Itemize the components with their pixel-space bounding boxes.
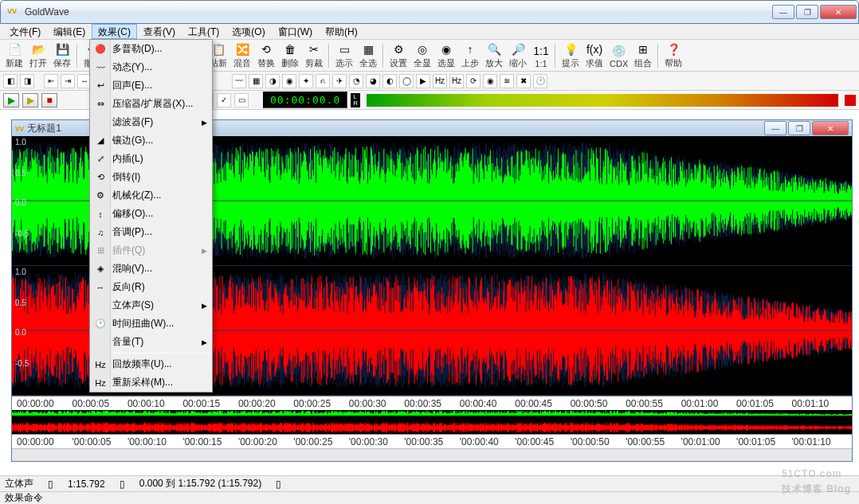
small-tool-icon[interactable]: ▶ <box>416 74 430 88</box>
stop-button[interactable]: ■ <box>41 93 57 107</box>
menu-item-icon: ⟲ <box>93 171 108 184</box>
horizontal-scrollbar[interactable] <box>12 448 852 461</box>
small-tool-icon[interactable]: ◐ <box>382 74 397 88</box>
small-tool-icon[interactable]: 🕐 <box>533 74 547 88</box>
small-tool-icon[interactable]: ⎌ <box>316 74 330 88</box>
overview-timeline[interactable]: 00:00:00'00:00:05'00:00:10'00:00:15'00:0… <box>12 434 852 448</box>
toolbar-设置[interactable]: ⚙设置 <box>387 41 410 70</box>
doc-maximize-button[interactable]: ❐ <box>788 121 810 135</box>
small-tool-icon[interactable]: ⇥ <box>61 74 75 88</box>
toolbar-label: 剪裁 <box>305 57 323 69</box>
menu-文件[interactable]: 文件(F) <box>3 24 47 39</box>
toolbar-放大[interactable]: 🔍放大 <box>483 41 505 70</box>
small-tool-icon[interactable]: ◨ <box>20 74 34 88</box>
menu-窗口[interactable]: 窗口(W) <box>272 24 319 39</box>
menu-item-label: 立体声(S) <box>112 299 154 312</box>
toolbar-上步[interactable]: ↑上步 <box>459 41 481 70</box>
toolbar-剪裁[interactable]: ✂剪裁 <box>303 41 325 70</box>
menu-item-icon: Hz <box>93 377 108 389</box>
time-tick: '00:00:35 <box>404 436 459 447</box>
effects-menu-item[interactable]: ◢镶边(G)... <box>90 131 212 150</box>
close-button[interactable]: ✕ <box>820 5 857 19</box>
small-tool-icon[interactable]: ◉ <box>483 74 497 88</box>
effects-menu-item[interactable]: 滤波器(F)▶ <box>90 113 212 131</box>
small-tool-icon[interactable]: Hz <box>449 74 464 88</box>
small-tool-icon[interactable]: 〰 <box>232 74 246 88</box>
small-tool-icon[interactable]: ◉ <box>282 74 296 88</box>
toolbar-删除[interactable]: 🗑删除 <box>279 41 301 70</box>
toolbar-组合[interactable]: ⊞组合 <box>632 41 654 70</box>
toolbar-全选[interactable]: ▦全选 <box>357 41 379 70</box>
toolbar-选示[interactable]: ▭选示 <box>333 41 355 70</box>
small-tool-icon[interactable]: ◧ <box>3 74 18 88</box>
menu-item-icon: 🕐 <box>93 318 108 330</box>
toolbar-CDX[interactable]: 💿CDX <box>607 42 630 69</box>
menu-工具[interactable]: 工具(T) <box>182 24 226 39</box>
doc-minimize-button[interactable]: — <box>764 121 786 135</box>
effects-menu-item[interactable]: ⤢内插(L) <box>90 150 212 168</box>
effects-menu-item[interactable]: ↔反向(R) <box>90 278 212 296</box>
time-tick: '00:00:10 <box>127 436 182 447</box>
small-tool-icon[interactable]: ▦ <box>249 74 263 88</box>
toolbar-选显[interactable]: ◉选显 <box>435 41 457 70</box>
small-tool-icon[interactable]: ≋ <box>500 74 514 88</box>
effects-menu-item[interactable]: ⚙机械化(Z)... <box>90 186 212 205</box>
toolbar-缩小[interactable]: 🔎缩小 <box>507 41 529 70</box>
minimize-button[interactable]: — <box>772 5 794 19</box>
toolbar-label: 替换 <box>257 57 275 69</box>
play-selection-button[interactable]: ▶ <box>22 93 38 107</box>
toolbar-求值[interactable]: f(x)求值 <box>583 41 606 70</box>
effects-menu-item[interactable]: 🔴多普勒(D)... <box>90 40 212 58</box>
small-tool-icon[interactable]: ✦ <box>299 74 313 88</box>
time-tick: 00:00:45 <box>515 398 570 409</box>
toolbar-替换[interactable]: ⟲替换 <box>255 41 277 70</box>
toolbar-帮助[interactable]: ❓帮助 <box>662 41 684 70</box>
effects-menu-item[interactable]: Hz重新采样(M)... <box>90 373 212 392</box>
menu-编辑[interactable]: 编辑(E) <box>47 24 92 39</box>
effects-menu-item[interactable]: 立体声(S)▶ <box>90 296 212 315</box>
effects-menu-item[interactable]: ◈混响(V)... <box>90 260 212 278</box>
small-tool-icon[interactable]: ◔ <box>349 74 363 88</box>
small-tool-icon[interactable]: ⇤ <box>44 74 58 88</box>
option-icon[interactable]: ✓ <box>217 93 231 107</box>
effects-menu-item[interactable]: 音量(T)▶ <box>90 333 212 351</box>
effects-menu-item[interactable]: ♫音调(P)... <box>90 223 212 241</box>
toolbar-打开[interactable]: 📂打开 <box>27 41 49 70</box>
effects-menu-item[interactable]: 🕐时间扭曲(W)... <box>90 315 212 333</box>
small-tool-icon[interactable]: ◕ <box>366 74 380 88</box>
play-button[interactable]: ▶ <box>3 93 19 107</box>
toolbar-全显[interactable]: ◎全显 <box>411 41 433 70</box>
submenu-arrow-icon: ▶ <box>202 247 207 255</box>
overview-waveform[interactable] <box>12 410 852 434</box>
effects-menu-item[interactable]: ⟲倒转(I) <box>90 168 212 186</box>
doc-close-button[interactable]: ✕ <box>812 121 849 135</box>
toolbar-保存[interactable]: 💾保存 <box>51 41 73 70</box>
menu-查看[interactable]: 查看(V) <box>137 24 182 39</box>
time-tick: '00:00:50 <box>571 436 626 447</box>
menu-帮助[interactable]: 帮助(H) <box>319 24 364 39</box>
toolbar-提示[interactable]: 💡提示 <box>559 41 582 70</box>
small-tool-icon[interactable]: ✖ <box>516 74 531 88</box>
effects-menu-item[interactable]: Hz回放频率(U)... <box>90 355 212 373</box>
menu-item-icon: ♫ <box>93 226 108 239</box>
menu-选项[interactable]: 选项(O) <box>226 24 271 39</box>
option-icon[interactable]: ▭ <box>234 93 249 107</box>
small-tool-icon[interactable]: ◯ <box>399 74 414 88</box>
toolbar-混音[interactable]: 🔀混音 <box>231 41 253 70</box>
menu-效果[interactable]: 效果(C) <box>92 24 137 39</box>
time-tick: 00:00:55 <box>626 398 681 409</box>
small-tool-icon[interactable]: ◑ <box>265 74 280 88</box>
toolbar-1:1[interactable]: 1:11:1 <box>531 42 551 69</box>
toolbar-新建[interactable]: 📄新建 <box>3 41 25 70</box>
effects-menu-item[interactable]: 〰动态(Y)... <box>90 58 212 76</box>
small-tool-icon[interactable]: ✈ <box>332 74 347 88</box>
toolbar-label: 新建 <box>6 57 23 69</box>
effects-menu-item[interactable]: ↕偏移(O)... <box>90 205 212 223</box>
effects-menu-item[interactable]: ⇔压缩器/扩展器(X)... <box>90 95 212 113</box>
maximize-button[interactable]: ❐ <box>796 5 818 19</box>
time-tick: '00:00:55 <box>626 436 681 447</box>
small-tool-icon[interactable]: Hz <box>433 74 447 88</box>
effects-menu-item[interactable]: ↩回声(E)... <box>90 76 212 95</box>
small-tool-icon[interactable]: ⟳ <box>466 74 480 88</box>
main-timeline[interactable]: 00:00:0000:00:0500:00:1000:00:1500:00:20… <box>12 396 852 410</box>
